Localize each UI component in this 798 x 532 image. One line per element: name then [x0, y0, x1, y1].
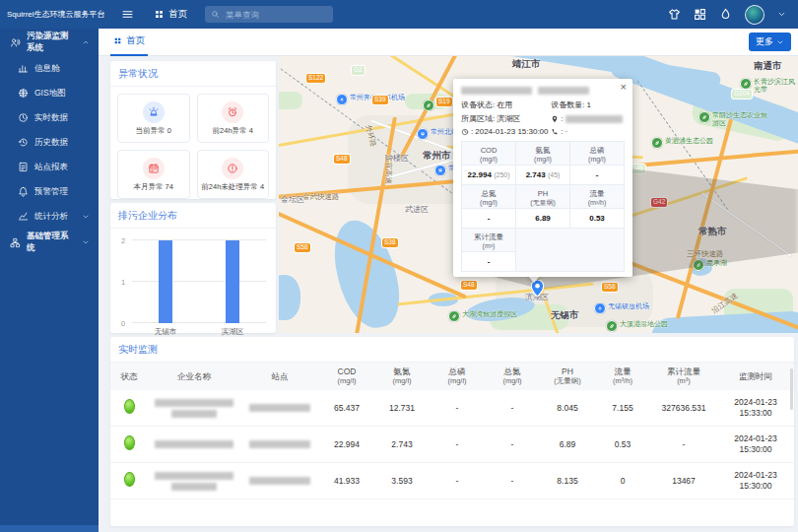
value-cell: 6.89: [540, 427, 595, 463]
tabbar: 首页 更多: [99, 29, 798, 56]
sidebar-item-8[interactable]: 统计分析: [0, 204, 99, 229]
sidebar-item-7[interactable]: 预警管理: [0, 179, 99, 204]
column-header-企业名称: 企业名称: [148, 363, 240, 390]
decor: 流量: [615, 366, 632, 376]
map-poi-label: 长青沙滨江风光带: [754, 78, 798, 94]
decor: [84, 241, 88, 243]
map-poi[interactable]: 大溪港湿地公园: [606, 320, 668, 332]
value-cell: 2024-01-23 15:30:00: [717, 427, 794, 463]
screens-icon[interactable]: [694, 8, 706, 21]
decor: [700, 15, 704, 19]
map-poi[interactable]: 无锡硕放机场: [594, 302, 649, 314]
sidebar-item-label: GIS地图: [34, 88, 66, 100]
decor: 2.743 (45): [516, 166, 570, 185]
abnormal-title: 异常状况: [110, 61, 276, 87]
leaf-icon: [423, 100, 434, 111]
menu-icon[interactable]: [121, 8, 134, 21]
chart-gridline: 2: [132, 239, 266, 240]
enterprise-name-redacted: [148, 390, 240, 427]
map-poi[interactable]: 黄泗浦生态公园: [651, 137, 713, 149]
sidebar-item-3[interactable]: GIS地图: [0, 81, 99, 105]
sidebar-item-4[interactable]: 实时数据: [0, 105, 99, 130]
decor: [551, 115, 559, 123]
map-poi[interactable]: 常州北站: [417, 128, 458, 140]
abnormal-stat-本月异常[interactable]: 本月异常 74: [117, 150, 190, 199]
more-button[interactable]: 更多: [749, 33, 791, 51]
decor: [538, 87, 589, 95]
sidebar-item-2[interactable]: 信息舱: [0, 56, 99, 81]
decor: (无量纲): [541, 376, 594, 386]
chevron-down-icon[interactable]: [777, 10, 786, 19]
map-poi-label: 大湖湾旅游度假区: [462, 310, 517, 318]
map-poi[interactable]: 大湖湾旅游度假区: [448, 310, 517, 322]
tab-grid-icon: [113, 36, 122, 45]
map-poi[interactable]: 常阴沙生态农业旅游区: [698, 111, 771, 127]
decor: 企业名称: [177, 371, 211, 381]
tab-home[interactable]: 首页: [110, 29, 148, 56]
value-cell: 12.731: [374, 390, 430, 427]
redacted-text: [171, 483, 217, 491]
decor: [18, 186, 29, 197]
decor: (m³/h): [596, 376, 649, 386]
decor: [420, 131, 426, 137]
decor: [13, 38, 16, 41]
decor: [743, 81, 749, 87]
decor: [597, 305, 603, 311]
status-green-dot: [124, 399, 135, 414]
decor: [668, 8, 681, 21]
avatar[interactable]: [745, 5, 765, 25]
decor: -: [596, 170, 599, 179]
decor: 累计流量(m³): [462, 229, 625, 252]
map-district-label: 武进区: [405, 204, 429, 215]
device-count-label: 设备数量:: [551, 100, 584, 110]
map[interactable]: 靖江市南通市常州市常熟市无锡市钟楼区武进区金坛区滨湖区金武快速路三环快速路沿江高…: [279, 56, 798, 333]
history-data-icon: [18, 137, 29, 148]
decor: [18, 112, 29, 123]
train-icon: [434, 165, 446, 176]
monitor-row[interactable]: 22.9942.743--6.890.53-2024-01-23 15:30:0…: [110, 427, 794, 463]
search-input[interactable]: [224, 9, 327, 21]
breadcrumb[interactable]: 首页: [154, 8, 187, 21]
status-cell: [110, 390, 148, 427]
site-name-redacted: [240, 463, 319, 499]
decor: [696, 10, 699, 14]
sidebar-item-label: 统计分析: [34, 211, 68, 223]
map-road-label: 外环路: [364, 124, 378, 148]
value-cell: 8.135: [540, 463, 595, 499]
menu-search[interactable]: [205, 6, 333, 23]
flame-icon[interactable]: [719, 8, 732, 21]
abnormal-stat-前24h未处理异常[interactable]: 前24h未处理异常 4: [197, 150, 270, 199]
sidebar-item-5[interactable]: 历史数据: [0, 130, 99, 155]
sidebar-collapse[interactable]: [0, 525, 99, 532]
device-count-value: 1: [587, 100, 591, 109]
decor: :: [471, 127, 473, 136]
decor: [19, 213, 27, 220]
decor: [776, 38, 784, 46]
leaf-icon: [606, 320, 618, 332]
monitor-row[interactable]: 65.43712.731--8.0457.155327636.5312024-0…: [110, 390, 794, 427]
value-cell: 0.53: [595, 427, 650, 463]
leaf-icon: [698, 111, 710, 123]
sidebar-item-6[interactable]: 站点报表: [0, 155, 99, 179]
abnormal-stat-前24h异常[interactable]: 前24h异常 4: [197, 94, 270, 143]
close-icon[interactable]: ×: [621, 81, 627, 93]
decor: [701, 114, 707, 120]
redacted-text: [155, 399, 233, 407]
decor: [227, 163, 238, 174]
redacted-text: [249, 477, 310, 485]
bar-chart: 012无锡市滨湖区: [132, 240, 266, 323]
sidebar-item-1[interactable]: 污染源监测系统: [0, 29, 99, 56]
abnormal-stat-当前异常[interactable]: 当前异常 0: [117, 94, 190, 143]
theme-shirt-icon[interactable]: [668, 8, 681, 21]
sidebar-item-9[interactable]: 基础管理系统: [0, 229, 99, 256]
map-pin-icon[interactable]: [531, 280, 544, 300]
monitor-row[interactable]: 41.9333.593--8.1350134672024-01-23 15:30…: [110, 463, 794, 499]
decor: :·: [551, 127, 625, 136]
scrollbar[interactable]: [790, 368, 793, 410]
value-cell: 327636.531: [650, 390, 717, 427]
decor: 监测时间: [739, 371, 772, 381]
decor: [82, 38, 90, 46]
map-poi[interactable]: 常州奔牛国际机场: [336, 94, 405, 105]
column-header-COD: COD(mg/l): [319, 363, 374, 390]
tab-home-label: 首页: [126, 34, 145, 47]
